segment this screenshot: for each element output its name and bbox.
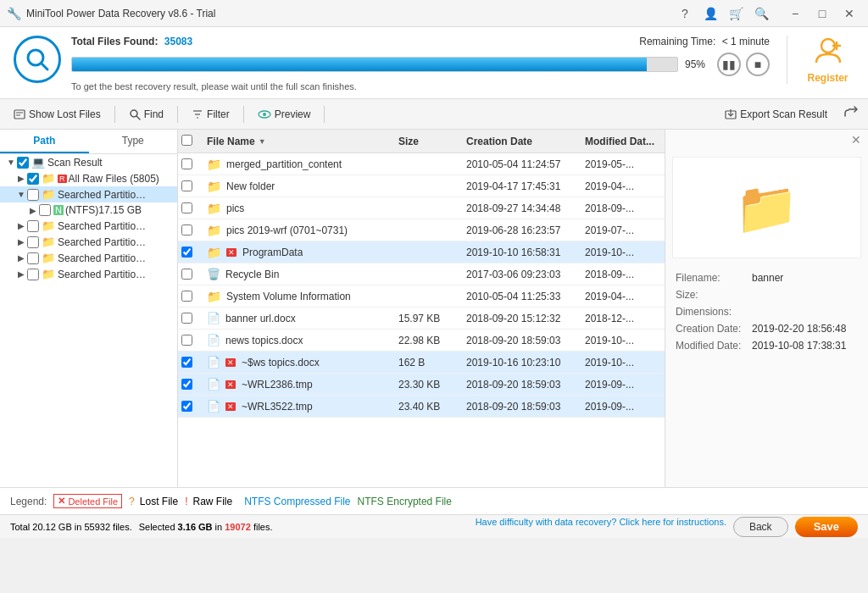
row-check[interactable] xyxy=(181,180,192,191)
tab-type[interactable]: Type xyxy=(89,130,178,153)
row-check[interactable] xyxy=(181,202,192,213)
user-icon[interactable]: 👤 xyxy=(698,2,722,25)
expand-scan-result[interactable]: ▼ xyxy=(5,158,17,167)
table-row[interactable]: 📁merged_partition_content 2010-05-04 11:… xyxy=(178,153,665,175)
check-all[interactable] xyxy=(181,135,192,146)
row-check[interactable] xyxy=(181,335,192,346)
minimize-button[interactable]: − xyxy=(783,2,807,25)
register-icon xyxy=(813,36,843,72)
expand-raw-files[interactable]: ▶ xyxy=(15,174,27,183)
table-row[interactable]: 📁 ✕ ProgramData 2019-10-10 16:58:31 2019… xyxy=(178,241,665,263)
tree-label-partition-3: Searched Partition ... xyxy=(58,236,151,248)
progress-bar-fill xyxy=(72,58,647,71)
file-size: 22.98 KB xyxy=(398,335,466,346)
doc-icon: 📄 xyxy=(207,334,220,346)
table-row[interactable]: 🗑️ Recycle Bin 2017-03-06 09:23:03 2018-… xyxy=(178,263,665,285)
row-check[interactable] xyxy=(181,247,192,258)
file-modified: 2019-10-... xyxy=(585,335,661,346)
check-raw-files[interactable] xyxy=(27,173,39,185)
row-check[interactable] xyxy=(181,379,192,390)
tree-item-partition-3[interactable]: ▶ 📁 Searched Partition ... xyxy=(0,234,177,250)
filter-button[interactable]: Filter xyxy=(185,105,236,124)
deleted-file-legend: ✕ Deleted File xyxy=(53,494,122,508)
expand-ntfs[interactable]: ▶ xyxy=(27,206,39,215)
save-button[interactable]: Save xyxy=(795,517,858,537)
doc-icon: 📄 xyxy=(207,356,220,369)
scan-message: To get the best recovery result, please … xyxy=(71,81,770,91)
expand-partition-2[interactable]: ▶ xyxy=(15,221,27,230)
stop-button[interactable]: ■ xyxy=(746,53,770,76)
tree-item-partition-1[interactable]: ▼ 📁 Searched Partition ... xyxy=(0,186,177,202)
expand-partition-3[interactable]: ▶ xyxy=(15,237,27,247)
main-area: Path Type ▼ 💻 Scan Result ▶ 📁 R All Raw … xyxy=(0,130,868,487)
expand-partition-4[interactable]: ▶ xyxy=(15,253,27,263)
app-icon: 🔧 xyxy=(7,7,21,20)
help-link[interactable]: Have difficulty with data recovery? Clic… xyxy=(476,517,726,537)
check-partition-1[interactable] xyxy=(27,189,39,201)
maximize-button[interactable]: □ xyxy=(810,2,834,25)
table-row[interactable]: 📄 ✕ ~$ws topics.docx 162 B 2019-10-16 10… xyxy=(178,352,665,374)
search-icon[interactable]: 🔍 xyxy=(749,2,773,25)
check-partition-3[interactable] xyxy=(27,236,39,248)
scan-stats-row: Total Files Found: 35083 Remaining Time:… xyxy=(71,36,770,47)
row-check[interactable] xyxy=(181,357,192,368)
register-label[interactable]: Register xyxy=(807,72,848,84)
row-check[interactable] xyxy=(181,313,192,324)
table-row[interactable]: 📄 news topics.docx 22.98 KB 2018-09-20 1… xyxy=(178,330,665,352)
table-row[interactable]: 📄 ✕ ~WRL3522.tmp 23.40 KB 2018-09-20 18:… xyxy=(178,396,665,418)
table-row[interactable]: 📄 banner url.docx 15.97 KB 2018-09-20 15… xyxy=(178,308,665,330)
tab-path[interactable]: Path xyxy=(0,130,89,153)
table-row[interactable]: 📄 ✕ ~WRL2386.tmp 23.30 KB 2018-09-20 18:… xyxy=(178,374,665,396)
shop-icon[interactable]: 🛒 xyxy=(724,2,748,25)
tree-item-partition-4[interactable]: ▶ 📁 Searched Partition ... xyxy=(0,250,177,266)
file-name: pics 2019-wrf (0701~0731) xyxy=(226,224,348,236)
tree-item-raw-files[interactable]: ▶ 📁 R All Raw Files (5805) xyxy=(0,170,177,186)
file-modified: 2019-07-... xyxy=(585,224,661,236)
tree-item-partition-5[interactable]: ▶ 📁 Searched Partition ... xyxy=(0,266,177,282)
back-button[interactable]: Back xyxy=(733,517,788,537)
export-scan-button[interactable]: Export Scan Result xyxy=(718,105,834,124)
tree-item-ntfs[interactable]: ▶ N (NTFS)17.15 GB xyxy=(0,202,177,218)
svg-point-14 xyxy=(263,113,266,116)
expand-partition-1[interactable]: ▼ xyxy=(15,190,27,199)
preview-close-button[interactable]: ✕ xyxy=(665,130,868,150)
preview-button[interactable]: Preview xyxy=(251,105,318,124)
table-row[interactable]: 📁pics 2018-09-27 14:34:48 2018-09-... xyxy=(178,197,665,219)
tree-item-partition-2[interactable]: ▶ 📁 Searched Partition ... xyxy=(0,218,177,234)
raw-file-icon: ! xyxy=(185,496,187,507)
col-modified: Modified Dat... xyxy=(585,136,661,147)
pause-button[interactable]: ▮▮ xyxy=(717,53,741,76)
file-size: 15.97 KB xyxy=(398,313,466,324)
titlebar: 🔧 MiniTool Power Data Recovery v8.6 - Tr… xyxy=(0,0,868,27)
file-modified: 2018-12-... xyxy=(585,313,661,324)
check-scan-result[interactable] xyxy=(17,157,29,169)
row-check[interactable] xyxy=(181,224,192,236)
row-check[interactable] xyxy=(181,401,192,412)
total-size-text: Total 20.12 GB in 55932 files. xyxy=(10,522,132,532)
legend-label: Legend: xyxy=(10,496,47,507)
share-icon[interactable] xyxy=(841,103,861,126)
check-ntfs[interactable] xyxy=(39,204,51,216)
find-button[interactable]: Find xyxy=(122,105,170,124)
tree-item-scan-result[interactable]: ▼ 💻 Scan Result xyxy=(0,154,177,170)
row-check[interactable] xyxy=(181,291,192,302)
file-table-body: 📁merged_partition_content 2010-05-04 11:… xyxy=(178,153,665,487)
col-name[interactable]: File Name ▼ xyxy=(207,136,398,147)
row-check[interactable] xyxy=(181,269,192,280)
close-button[interactable]: ✕ xyxy=(837,2,861,25)
check-partition-4[interactable] xyxy=(27,252,39,264)
selected-text: Selected 3.16 GB in 19072 files. xyxy=(139,522,273,532)
remaining-time: Remaining Time: < 1 minute xyxy=(639,36,770,47)
preview-image-area: 📁 xyxy=(672,157,861,258)
check-partition-2[interactable] xyxy=(27,220,39,232)
expand-partition-5[interactable]: ▶ xyxy=(15,269,27,279)
file-name: ~WRL3522.tmp xyxy=(242,401,313,413)
row-check[interactable] xyxy=(181,158,192,169)
help-icon[interactable]: ? xyxy=(673,2,697,25)
check-partition-5[interactable] xyxy=(27,269,39,280)
table-row[interactable]: 📁New folder 2019-04-17 17:45:31 2019-04-… xyxy=(178,175,665,197)
table-row[interactable]: 📁System Volume Information 2010-05-04 11… xyxy=(178,285,665,308)
table-row[interactable]: 📁pics 2019-wrf (0701~0731) 2019-06-28 16… xyxy=(178,219,665,241)
lost-file-icon: ? xyxy=(129,496,135,507)
show-lost-files-button[interactable]: Show Lost Files xyxy=(7,105,108,124)
